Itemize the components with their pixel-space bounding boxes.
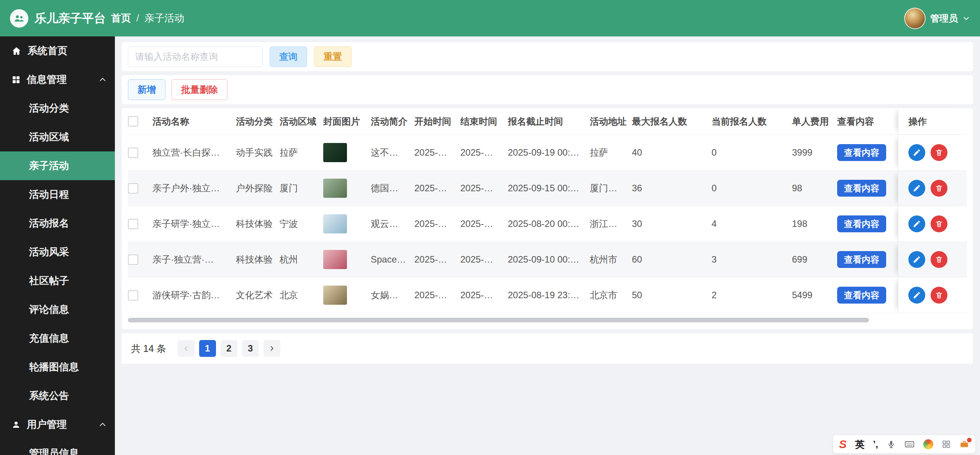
cell-max: 30 — [632, 218, 712, 229]
batch-delete-button[interactable]: 批量删除 — [172, 79, 227, 100]
cell-view: 查看内容 — [837, 251, 898, 268]
view-content-button[interactable]: 查看内容 — [837, 287, 886, 304]
page-button-3[interactable]: 3 — [242, 340, 259, 357]
delete-button[interactable] — [931, 287, 947, 304]
cell-cover — [323, 214, 371, 233]
sidebar-item-6[interactable]: 活动报名 — [0, 209, 115, 238]
row-checkbox[interactable] — [128, 183, 138, 194]
delete-button[interactable] — [931, 180, 947, 197]
sogou-logo-icon[interactable]: S — [839, 438, 847, 451]
app-logo[interactable]: 乐儿亲子平台 — [0, 9, 108, 28]
sidebar-item-14[interactable]: 管理员信息 — [0, 439, 115, 455]
cell-view: 查看内容 — [837, 180, 898, 197]
query-button[interactable]: 查询 — [270, 46, 307, 67]
cell-start: 2025-… — [414, 290, 460, 301]
cell-intro: 观云… — [371, 218, 414, 230]
edit-button[interactable] — [908, 215, 925, 232]
sidebar-item-11[interactable]: 轮播图信息 — [0, 353, 115, 381]
sidebar-item-10[interactable]: 充值信息 — [0, 324, 115, 353]
sidebar-item-9[interactable]: 评论信息 — [0, 295, 115, 324]
page-button-2[interactable]: 2 — [221, 340, 237, 357]
cell-end: 2025-… — [460, 254, 508, 265]
sidebar-item-13[interactable]: 用户管理 — [0, 410, 115, 439]
delete-button[interactable] — [931, 251, 947, 268]
page-button-1[interactable]: 1 — [199, 340, 216, 357]
view-content-button[interactable]: 查看内容 — [837, 215, 886, 232]
cell-max: 50 — [632, 290, 712, 301]
cell-max: 40 — [632, 147, 712, 158]
sidebar-item-3[interactable]: 活动区域 — [0, 123, 115, 151]
cell-address: 厦门… — [590, 182, 632, 194]
edit-button[interactable] — [908, 287, 925, 304]
cell-name: 独立营·长白探… — [152, 146, 236, 159]
row-checkbox[interactable] — [128, 290, 138, 301]
sidebar-item-4[interactable]: 亲子活动 — [0, 151, 115, 180]
sidebar-item-2[interactable]: 活动分类 — [0, 94, 115, 123]
cell-end: 2025-… — [460, 183, 508, 194]
sidebar-item-12[interactable]: 系统公告 — [0, 381, 115, 410]
edit-button[interactable] — [908, 251, 925, 268]
row-checkbox[interactable] — [128, 255, 138, 265]
chevron-up-icon — [99, 421, 106, 429]
admin-label: 管理员 — [930, 12, 958, 25]
cell-category: 科技体验 — [236, 253, 280, 266]
keyboard-icon[interactable] — [904, 439, 915, 450]
cell-start: 2025-… — [414, 254, 460, 265]
cell-current: 2 — [712, 290, 792, 301]
cell-cover — [323, 250, 371, 269]
next-page-button[interactable] — [263, 340, 280, 357]
add-button[interactable]: 新增 — [128, 79, 165, 100]
table-row: 游侠研学·古韵…文化艺术北京女娲…2025-…2025-…2025-08-19 … — [128, 278, 967, 313]
cell-category: 户外探险 — [236, 182, 280, 194]
reset-button[interactable]: 重置 — [314, 46, 352, 67]
sidebar-item-1[interactable]: 信息管理 — [0, 65, 115, 94]
cell-start: 2025-… — [414, 183, 460, 194]
sidebar-item-7[interactable]: 活动风采 — [0, 238, 115, 266]
column-header: 活动区域 — [280, 115, 323, 128]
edit-button[interactable] — [908, 180, 925, 197]
column-header: 活动简介 — [371, 115, 414, 128]
sidebar-item-8[interactable]: 社区帖子 — [0, 266, 115, 295]
skin-icon[interactable] — [923, 439, 933, 449]
prev-page-button[interactable] — [178, 340, 195, 357]
search-input[interactable] — [128, 46, 263, 67]
sidebar-item-5[interactable]: 活动日程 — [0, 180, 115, 209]
select-all-checkbox[interactable] — [128, 116, 138, 126]
sidebar-item-0[interactable]: 系统首页 — [0, 36, 115, 65]
cell-view: 查看内容 — [837, 287, 898, 304]
cover-image[interactable] — [323, 143, 347, 162]
view-content-button[interactable]: 查看内容 — [837, 251, 886, 268]
language-mode-icon[interactable]: 英 — [855, 438, 865, 451]
microphone-icon[interactable] — [887, 440, 896, 449]
cover-image[interactable] — [323, 250, 347, 269]
table-row: 亲子研学·独立…科技体验宁波观云…2025-…2025-…2025-08-20 … — [128, 206, 967, 242]
app-title: 乐儿亲子平台 — [34, 10, 106, 26]
row-checkbox[interactable] — [128, 219, 138, 229]
cell-current: 4 — [712, 218, 792, 229]
row-checkbox[interactable] — [128, 148, 138, 158]
sidebar-item-label: 信息管理 — [27, 73, 67, 86]
ime-toolbar: S 英 ’, — [833, 435, 975, 453]
cover-image[interactable] — [323, 214, 347, 233]
apps-grid-icon[interactable] — [942, 440, 951, 449]
cell-name: 亲子·独立营·… — [152, 253, 236, 266]
delete-button[interactable] — [931, 144, 947, 161]
view-content-button[interactable]: 查看内容 — [837, 180, 886, 197]
sidebar-item-label: 评论信息 — [29, 303, 69, 316]
delete-button[interactable] — [931, 215, 947, 232]
view-content-button[interactable]: 查看内容 — [837, 144, 886, 161]
cover-image[interactable] — [323, 179, 347, 198]
sidebar: 系统首页信息管理活动分类活动区域亲子活动活动日程活动报名活动风采社区帖子评论信息… — [0, 36, 115, 455]
column-header: 当前报名人数 — [712, 115, 792, 128]
breadcrumb-current: 亲子活动 — [144, 11, 184, 25]
horizontal-scrollbar[interactable] — [128, 318, 869, 322]
user-menu[interactable]: 管理员 — [904, 8, 980, 29]
punctuation-icon[interactable]: ’, — [873, 439, 878, 450]
cell-fee: 98 — [792, 183, 837, 194]
edit-button[interactable] — [908, 144, 925, 161]
breadcrumb-home[interactable]: 首页 — [111, 11, 131, 25]
sidebar-item-label: 亲子活动 — [29, 159, 69, 172]
cover-image[interactable] — [323, 286, 347, 305]
column-header: 活动分类 — [236, 115, 280, 128]
toolbox-icon[interactable] — [959, 439, 969, 449]
